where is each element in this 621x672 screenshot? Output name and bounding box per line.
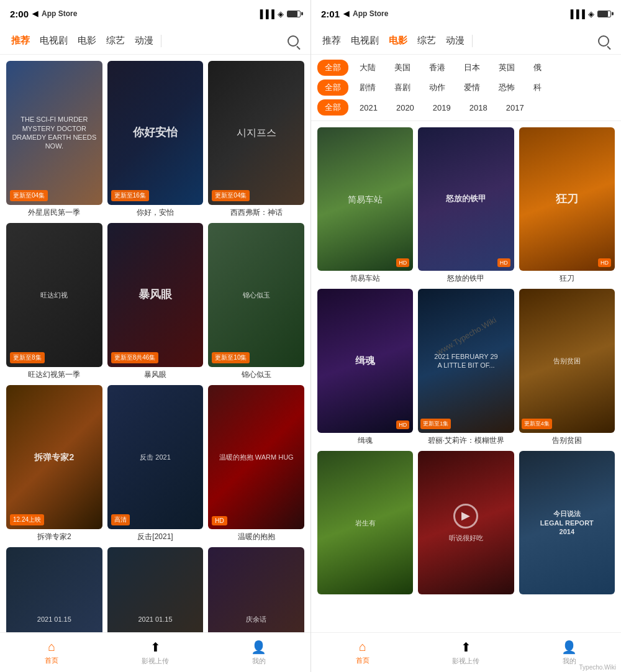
title-4: 旺达幻视第一季 [6, 370, 102, 380]
badge-3: 更新至04集 [212, 190, 250, 201]
tab-variety-left[interactable]: 综艺 [101, 31, 130, 50]
home-label-right: 首页 [356, 656, 369, 665]
list-item[interactable]: 2021 01.15 [107, 547, 204, 632]
list-item[interactable]: 拆弹专家2 12.24上映 拆弹专家2 [6, 385, 102, 542]
list-item[interactable]: 狂刀 HD 狂刀 [519, 127, 615, 284]
tab-tv-left[interactable]: 电视剧 [35, 31, 73, 50]
filter-mainland[interactable]: 大陆 [352, 60, 383, 76]
tab-anime-right[interactable]: 动漫 [441, 31, 469, 50]
filter-all-region[interactable]: 全部 [317, 60, 348, 76]
thumb-12: 庆余话 [208, 547, 304, 632]
filter-japan[interactable]: 日本 [456, 60, 487, 76]
appstore-left[interactable]: App Store [42, 9, 77, 18]
filter-all-genre[interactable]: 全部 [317, 79, 348, 96]
search-button-right[interactable] [592, 30, 615, 52]
mine-icon-left: 👤 [251, 640, 266, 655]
nav-tabs-right: 推荐 电视剧 电影 综艺 动漫 [311, 27, 621, 55]
status-right-left: ▐▐▐ ◈ [257, 9, 301, 19]
tab-home-right[interactable]: ⌂ 首页 [311, 640, 414, 665]
list-item[interactable]: 2021 FEBRUARY 29A LITTLE BIT OF... 更新至1集… [418, 289, 514, 445]
list-item[interactable]: 旺达幻视 更新至8集 旺达幻视第一季 [6, 223, 102, 380]
tab-tv-right[interactable]: 电视剧 [346, 31, 384, 50]
rbadge-1: HD [396, 258, 409, 267]
rtitle-3: 狂刀 [519, 273, 615, 284]
list-item[interactable]: 温暖的抱抱 WARM HUG HD 温暖的抱抱 [208, 385, 304, 542]
divider-left [161, 35, 161, 47]
title-3: 西西弗斯：神话 [208, 207, 304, 218]
filter-comedy[interactable]: 喜剧 [387, 79, 418, 96]
status-left: 2:00 ◀ App Store [10, 9, 77, 19]
tab-mine-right[interactable]: 👤 我的 [518, 640, 621, 666]
title-6: 锦心似玉 [208, 370, 304, 380]
rbadge-5: 更新至1集 [420, 419, 451, 429]
tab-anime-left[interactable]: 动漫 [130, 31, 158, 50]
list-item[interactable]: 缉魂 HD 缉魂 [317, 289, 413, 445]
filter-horror[interactable]: 恐怖 [491, 79, 522, 96]
list-item[interactable]: THE SCI-FI MURDER MYSTERY DOCTOR DRAMEDY… [6, 61, 102, 218]
filter-section: 全部 大陆 美国 香港 日本 英国 俄 全部 剧情 喜剧 动作 爱情 恐怖 科 … [311, 55, 621, 121]
list-item[interactable]: 怒放的铁甲 HD 怒放的铁甲 [418, 127, 514, 284]
filter-usa[interactable]: 美国 [387, 60, 418, 76]
list-item[interactable]: 暴风眼 更新至8共46集 暴风眼 [107, 223, 204, 380]
rthumb-3: 狂刀 HD [519, 127, 615, 271]
tab-home-left[interactable]: ⌂ 首页 [0, 640, 104, 665]
rbadge-2: HD [497, 258, 510, 267]
list-item[interactable]: 庆余话 [208, 547, 304, 632]
filter-2017[interactable]: 2017 [499, 101, 532, 115]
divider-right [472, 35, 473, 47]
search-icon-left [288, 35, 299, 47]
mine-label-right: 我的 [563, 656, 576, 666]
list-item[interactable]: 反击 2021 高清 反击[2021] [107, 385, 204, 542]
badge-9: HD [212, 516, 227, 525]
filter-uk[interactable]: 英国 [491, 60, 522, 76]
filter-2021[interactable]: 2021 [352, 101, 385, 115]
thumb-11: 2021 01.15 [107, 547, 204, 632]
filter-sci[interactable]: 科 [526, 79, 549, 96]
filter-hk[interactable]: 香港 [422, 60, 453, 76]
status-bar-left: 2:00 ◀ App Store ▐▐▐ ◈ [0, 0, 310, 27]
tab-movie-right[interactable]: 电影 [384, 31, 412, 50]
signal-icon-right: ▐▐▐ [568, 9, 585, 19]
filter-all-year[interactable]: 全部 [317, 99, 348, 116]
list-item[interactable]: 2021 01.15 [6, 547, 102, 632]
tab-recommend-right[interactable]: 推荐 [317, 31, 346, 50]
appstore-right[interactable]: App Store [353, 9, 388, 18]
list-item[interactable]: ▶ 听说很好吃 [418, 451, 514, 597]
home-label-left: 首页 [45, 656, 58, 665]
rtitle-2: 怒放的铁甲 [418, 273, 514, 284]
status-right-right: ▐▐▐ ◈ [568, 9, 611, 19]
filter-2018[interactable]: 2018 [462, 101, 495, 115]
tab-upload-right[interactable]: ⬆ 影视上传 [414, 640, 517, 666]
arrow-left: ◀ [32, 9, 38, 18]
list-item[interactable]: 시지프스 更新至04集 西西弗斯：神话 [208, 61, 304, 218]
search-button-left[interactable] [282, 30, 304, 52]
filter-romance[interactable]: 爱情 [456, 79, 487, 96]
list-item[interactable]: 岩生有 [317, 451, 413, 597]
rtitle-4: 缉魂 [317, 435, 413, 446]
thumb-7: 拆弹专家2 12.24上映 [6, 385, 102, 529]
tab-upload-left[interactable]: ⬆ 影视上传 [104, 640, 207, 666]
filter-2020[interactable]: 2020 [389, 101, 422, 115]
filter-2019[interactable]: 2019 [425, 101, 458, 115]
list-item[interactable]: 告别贫困 更新至4集 告别贫困 [519, 289, 615, 445]
title-7: 拆弹专家2 [6, 532, 102, 542]
tab-recommend-left[interactable]: 推荐 [6, 31, 35, 50]
content-right: 简易车站 HD 简易车站 怒放的铁甲 HD 怒放的铁甲 狂刀 HD 狂刀 [311, 121, 621, 632]
rtitle-5: 碧丽·艾莉许：模糊世界 [418, 435, 514, 446]
list-item[interactable]: 你好安怡 更新至16集 你好，安怡 [107, 61, 204, 218]
list-item[interactable]: 简易车站 HD 简易车站 [317, 127, 413, 284]
upload-label-left: 影视上传 [142, 656, 169, 666]
list-item[interactable]: 今日说法LEGAL REPORT2014 [519, 451, 615, 597]
badge-8: 高清 [111, 514, 130, 525]
list-item[interactable]: 锦心似玉 更新至10集 锦心似玉 [208, 223, 304, 380]
tab-movie-left[interactable]: 电影 [73, 31, 101, 50]
tab-variety-right[interactable]: 综艺 [412, 31, 441, 50]
mine-icon-right: 👤 [561, 640, 577, 655]
rbadge-6: 更新至4集 [522, 419, 552, 429]
tab-mine-left[interactable]: 👤 我的 [207, 640, 310, 666]
filter-russia[interactable]: 俄 [526, 60, 549, 76]
rthumb-4: 缉魂 HD [317, 289, 413, 432]
status-bar-right: 2:01 ◀ App Store ▐▐▐ ◈ [311, 0, 621, 27]
filter-drama[interactable]: 剧情 [352, 79, 383, 96]
filter-action[interactable]: 动作 [422, 79, 453, 96]
